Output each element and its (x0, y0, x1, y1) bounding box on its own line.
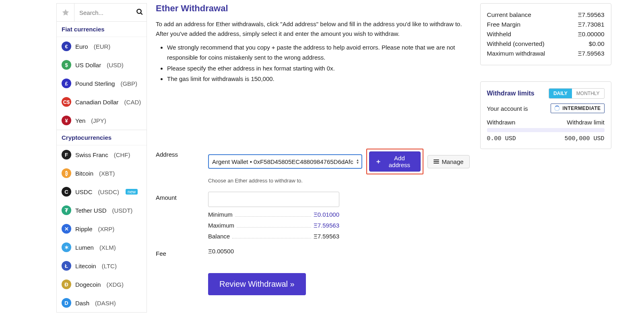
currency-symbol: (EUR) (94, 43, 111, 50)
withdraw-limit-label: Withdraw limit (567, 119, 604, 126)
balance-row-label: Free Margin (487, 21, 521, 28)
balance-row-value: Ξ7.59563 (578, 50, 604, 57)
currency-item[interactable]: ¥Yen(JPY) (57, 111, 147, 130)
currency-icon: $ (62, 60, 71, 70)
minimum-label: Minimum (208, 211, 233, 218)
currency-name: Tether USD (75, 207, 107, 214)
currency-symbol: (CHF) (114, 151, 130, 158)
address-hint: Choose an Ether address to withdraw to. (208, 178, 470, 184)
balance-row: Maximum withdrawalΞ7.59563 (487, 49, 605, 58)
currency-name: Pound Sterling (75, 80, 115, 87)
currency-icon: ₿ (62, 168, 71, 178)
withdraw-limit-value: 500,000 USD (565, 135, 605, 142)
description-text: To add an address for Ether withdrawals,… (156, 19, 470, 39)
list-icon (433, 159, 439, 164)
currency-item[interactable]: £Pound Sterling(GBP) (57, 74, 147, 93)
currency-symbol: (USD) (107, 62, 124, 68)
tab-monthly[interactable]: MONTHLY (572, 89, 604, 98)
limits-period-tabs: DAILY MONTHLY (549, 88, 605, 99)
balance-row-value: Ξ0.00000 (578, 31, 604, 38)
balance-row-label: Maximum withdrawal (487, 50, 545, 57)
currency-item[interactable]: C$Canadian Dollar(CAD) (57, 93, 147, 111)
currency-item[interactable]: CUSDC(USDC)new (57, 182, 147, 201)
balance-row-label: Current balance (487, 11, 531, 19)
currency-icon: € (62, 41, 71, 51)
star-icon (62, 8, 70, 17)
note-item: We strongly recommend that you copy + pa… (167, 43, 470, 63)
currency-name: Ripple (75, 226, 93, 232)
currency-icon: D (62, 298, 71, 308)
currency-symbol: (USDC) (98, 188, 120, 195)
currency-symbol: (LTC) (102, 263, 117, 269)
search-icon[interactable] (136, 8, 143, 17)
select-chevron-icon: ▲▼ (356, 159, 359, 164)
tab-daily[interactable]: DAILY (549, 89, 572, 98)
account-is-label: Your account is (487, 105, 528, 112)
crypto-section-header: Cryptocurrencies (57, 130, 147, 145)
balance-row: Free MarginΞ7.73081 (487, 20, 605, 29)
currency-item[interactable]: ŁLitecoin(LTC) (57, 257, 147, 275)
svg-point-0 (137, 9, 141, 14)
currency-item[interactable]: FSwiss Franc(CHF) (57, 145, 147, 164)
add-address-button[interactable]: ＋ Add address (369, 151, 421, 172)
new-badge: new (126, 189, 138, 195)
currency-sidebar: Fiat currencies €Euro(EUR)$US Dollar(USD… (56, 3, 147, 313)
currency-icon: F (62, 150, 71, 159)
balance-row-value: Ξ7.59563 (578, 11, 604, 19)
tier-label: INTERMEDIATE (562, 106, 601, 111)
balance-row-value: Ξ7.73081 (578, 21, 604, 28)
currency-item[interactable]: ₮Tether USD(USDT) (57, 201, 147, 220)
favorites-button[interactable] (57, 4, 74, 21)
manage-button-label: Manage (442, 158, 463, 165)
currency-item[interactable]: $US Dollar(USD) (57, 56, 147, 74)
currency-icon: ₮ (62, 205, 71, 215)
currency-symbol: (XLM) (99, 244, 116, 251)
currency-icon: £ (62, 79, 71, 88)
manage-button[interactable]: Manage (427, 155, 469, 168)
currency-item[interactable]: ✕Ripple(XRP) (57, 220, 147, 238)
withdrawn-value: 0.00 USD (487, 135, 516, 142)
currency-icon: ¥ (62, 116, 71, 125)
review-withdrawal-button[interactable]: Review Withdrawal » (208, 273, 306, 295)
balance-row-label: Withheld (converted) (487, 40, 545, 48)
amount-input[interactable] (208, 192, 339, 207)
currency-item[interactable]: DDash(DASH) (57, 294, 147, 312)
currency-name: Yen (75, 117, 85, 124)
currency-name: US Dollar (75, 62, 101, 68)
currency-item[interactable]: €Euro(EUR) (57, 37, 147, 56)
minimum-value: Ξ0.01000 (314, 211, 339, 218)
currency-name: Bitcoin (75, 170, 93, 177)
plus-icon: ＋ (375, 157, 382, 166)
note-item: Please specify the ether address in hex … (167, 64, 470, 74)
currency-name: Dogecoin (75, 281, 101, 288)
add-address-button-label: Add address (384, 155, 415, 168)
currency-item[interactable]: ₿Bitcoin(XBT) (57, 164, 147, 182)
balance-row: Current balanceΞ7.59563 (487, 10, 605, 20)
amount-label: Amount (156, 192, 208, 201)
currency-symbol: (XDG) (106, 281, 124, 288)
currency-item[interactable]: ✶Lumen(XLM) (57, 238, 147, 257)
page-title: Ether Withdrawal (156, 3, 470, 14)
currency-symbol: (XBT) (99, 170, 115, 177)
currency-name: Canadian Dollar (75, 99, 119, 106)
currency-name: Litecoin (75, 263, 96, 269)
spinner-icon (554, 106, 560, 111)
currency-item[interactable]: ÐDogecoin(XDG) (57, 275, 147, 294)
withdraw-limits-title: Withdraw limits (487, 90, 535, 97)
currency-name: Dash (75, 300, 89, 307)
address-select[interactable]: Argent Wallet • 0xF58D45805EC4880984765D… (208, 154, 362, 169)
currency-icon: ✕ (62, 224, 71, 234)
account-tier-badge[interactable]: INTERMEDIATE (551, 104, 604, 113)
balance-row: WithheldΞ0.00000 (487, 29, 605, 39)
fiat-section-header: Fiat currencies (57, 22, 147, 37)
currency-icon: Ł (62, 261, 71, 271)
balance-row: Withheld (converted)$0.00 (487, 39, 605, 49)
currency-icon: Ð (62, 280, 71, 289)
currency-name: Swiss Franc (75, 151, 108, 158)
currency-icon: C (62, 187, 71, 197)
currency-symbol: (XRP) (98, 226, 115, 232)
currency-name: Euro (75, 43, 88, 50)
balance-label: Balance (208, 233, 230, 240)
maximum-value: Ξ7.59563 (314, 222, 339, 229)
balance-row-value: $0.00 (589, 40, 605, 48)
